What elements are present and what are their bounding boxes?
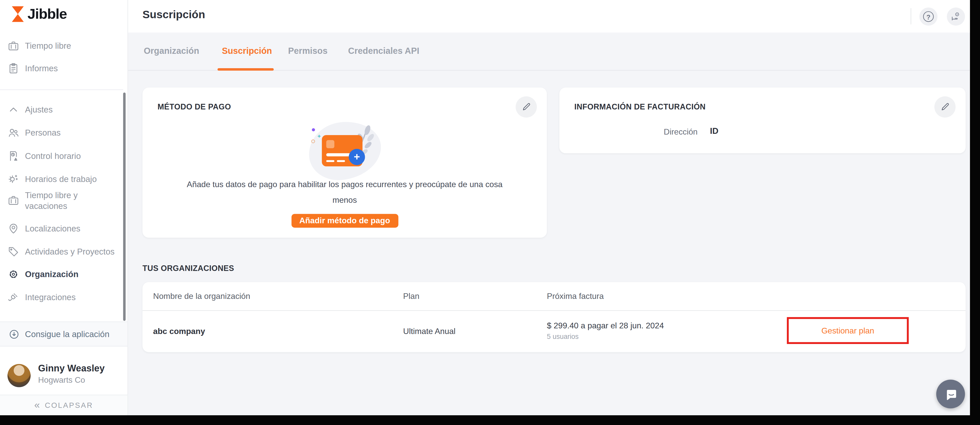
pencil-icon xyxy=(521,102,531,112)
sidebar-item-label: Horarios de trabajo xyxy=(25,174,119,184)
sidebar-item-integraciones[interactable]: Integraciones xyxy=(0,288,128,306)
chat-bubble-icon xyxy=(943,387,958,401)
content-area: MÉTODO DE PAGO xyxy=(128,70,969,415)
screenshot-black-edge-bottom xyxy=(0,415,980,425)
page-title: Suscripción xyxy=(142,8,205,21)
organizations-table: Nombre de la organización Plan Próxima f… xyxy=(142,282,966,352)
sidebar-item-organizacion[interactable]: Organización xyxy=(0,265,128,283)
billing-card-title: INFORMACIÓN DE FACTURACIÓN xyxy=(574,102,706,111)
screenshot-black-edge-right xyxy=(970,0,980,425)
card-dash xyxy=(337,160,345,162)
sidebar-item-control-horario[interactable]: Control horario xyxy=(0,146,128,165)
tab-suscripcion[interactable]: Suscripción xyxy=(222,32,272,70)
hand-gear-icon xyxy=(950,11,962,22)
card-dash xyxy=(326,160,334,162)
billing-address-label: Dirección xyxy=(663,127,697,136)
get-app-label: Consigue la aplicación xyxy=(25,329,110,339)
edit-payment-button[interactable] xyxy=(515,96,537,117)
header-divider xyxy=(911,8,911,24)
chevron-up-icon xyxy=(8,104,19,115)
avatar[interactable] xyxy=(8,364,30,387)
sidebar-item-label: Actividades y Proyectos xyxy=(25,246,119,257)
sidebar-item-label: Tiempo libre y vacaciones xyxy=(25,190,113,211)
question-icon: ? xyxy=(923,11,934,22)
tabs-bar: Organización Suscripción Permisos Creden… xyxy=(128,32,969,70)
column-header-plan: Plan xyxy=(403,291,420,301)
jibble-logo[interactable]: Jibble xyxy=(11,6,67,22)
sidebar: Jibble Tiempo libre Informes xyxy=(0,0,128,415)
collapse-sidebar-button[interactable]: « COLAPSAR xyxy=(0,395,127,415)
chat-launcher-button[interactable] xyxy=(936,380,965,408)
org-name-cell: abc company xyxy=(153,326,205,336)
org-plan-cell: Ultimate Anual xyxy=(403,326,456,336)
timesheet-icon xyxy=(8,150,19,161)
tab-organizacion[interactable]: Organización xyxy=(144,32,199,70)
red-annotation-box: Gestionar plan xyxy=(787,317,909,344)
billing-id-label: ID xyxy=(710,126,719,136)
main-area: Suscripción ? Organización Su xyxy=(128,0,969,415)
sidebar-item-label: Informes xyxy=(25,63,119,73)
plug-icon xyxy=(8,291,19,303)
sidebar-item-label: Tiempo libre xyxy=(25,40,119,51)
app-window: Jibble Tiempo libre Informes xyxy=(0,0,970,415)
sidebar-item-localizaciones[interactable]: Localizaciones xyxy=(0,219,128,238)
teal-sparkle-decoration: + xyxy=(318,133,321,139)
credit-card-illustration: + + xyxy=(307,120,383,183)
sidebar-item-horarios-trabajo[interactable]: Horarios de trabajo xyxy=(0,169,128,188)
active-tab-underline xyxy=(218,68,274,70)
schedule-icon xyxy=(8,173,19,185)
add-payment-method-button[interactable]: Añadir método de pago xyxy=(291,214,398,227)
sidebar-item-label: Localizaciones xyxy=(25,223,119,233)
clipboard-icon xyxy=(8,62,19,74)
people-icon xyxy=(8,127,19,138)
edit-billing-button[interactable] xyxy=(934,96,956,117)
organizations-section-title: TUS ORGANIZACIONES xyxy=(142,264,234,272)
support-services-button[interactable] xyxy=(947,8,965,26)
sidebar-divider xyxy=(0,89,123,90)
column-header-next-invoice: Próxima factura xyxy=(547,291,604,301)
sidebar-item-personas[interactable]: Personas xyxy=(0,123,128,142)
sidebar-group-label: Ajustes xyxy=(25,104,119,115)
sidebar-item-label: Control horario xyxy=(25,150,119,161)
logo-text: Jibble xyxy=(27,6,67,22)
tab-credenciales-api[interactable]: Credenciales API xyxy=(348,32,419,70)
sidebar-item-tiempo-libre[interactable]: Tiempo libre xyxy=(0,37,128,55)
tag-icon xyxy=(8,246,19,257)
payment-card-title: MÉTODO DE PAGO xyxy=(158,102,231,111)
pencil-icon xyxy=(940,102,950,112)
payment-method-card: MÉTODO DE PAGO xyxy=(142,87,547,237)
sidebar-group-ajustes[interactable]: Ajustes xyxy=(0,100,128,119)
download-circle-icon xyxy=(9,329,19,339)
column-header-name: Nombre de la organización xyxy=(153,291,250,301)
briefcase-icon xyxy=(8,40,19,51)
sidebar-item-informes[interactable]: Informes xyxy=(0,59,128,77)
add-card-plus-icon: + xyxy=(349,149,365,165)
sidebar-item-actividades-proyectos[interactable]: Actividades y Proyectos xyxy=(0,242,128,261)
sidebar-scrollbar[interactable] xyxy=(123,93,126,321)
billing-info-card: INFORMACIÓN DE FACTURACIÓN Dirección ID xyxy=(559,87,966,153)
sidebar-item-label: Organización xyxy=(25,268,119,279)
help-button[interactable]: ? xyxy=(919,8,937,26)
jibble-hourglass-icon xyxy=(11,6,24,22)
get-app-button[interactable]: Consigue la aplicación xyxy=(0,321,127,347)
briefcase-icon xyxy=(8,195,19,206)
tab-permisos[interactable]: Permisos xyxy=(288,32,328,70)
gear-icon xyxy=(8,268,19,280)
user-name[interactable]: Ginny Weasley xyxy=(38,363,105,373)
collapse-label: COLAPSAR xyxy=(45,401,93,410)
manage-plan-link[interactable]: Gestionar plan xyxy=(821,326,874,335)
table-header-divider xyxy=(142,310,966,310)
org-users-cell: 5 usuarios xyxy=(547,332,579,340)
user-company: Hogwarts Co xyxy=(38,375,85,385)
sidebar-item-label: Integraciones xyxy=(25,292,119,302)
purple-dot-decoration xyxy=(312,128,315,131)
double-chevron-left-icon: « xyxy=(34,401,40,410)
payment-description: Añade tus datos de pago para habilitar l… xyxy=(175,176,515,208)
top-bar: Suscripción ? xyxy=(128,0,969,32)
sidebar-item-tiempo-libre-vacaciones[interactable]: Tiempo libre y vacaciones xyxy=(0,187,128,214)
org-next-invoice-cell: $ 299.40 a pagar el 28 jun. 2024 xyxy=(547,321,664,330)
card-chip xyxy=(326,140,334,148)
sidebar-item-label: Personas xyxy=(25,128,119,138)
location-pin-icon xyxy=(8,222,19,234)
